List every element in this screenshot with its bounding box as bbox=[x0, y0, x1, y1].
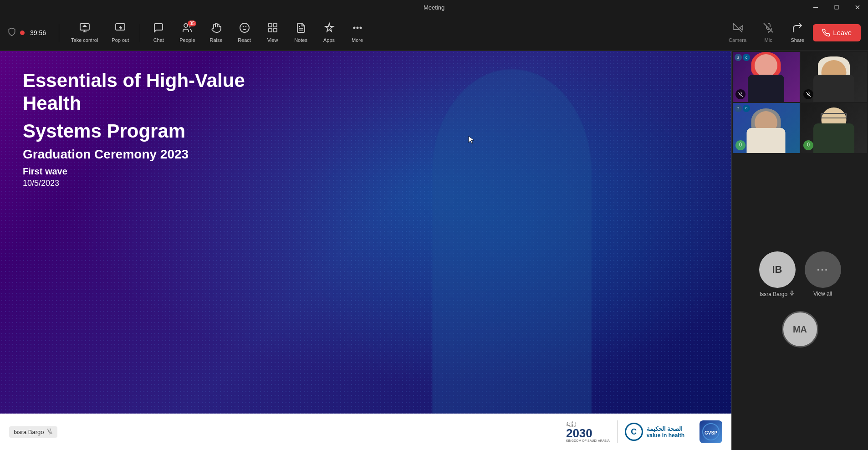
person4-suit bbox=[813, 123, 854, 153]
mic-label: Mic bbox=[765, 37, 772, 43]
take-control-label: Take control bbox=[71, 37, 98, 43]
participant4-mic-badge bbox=[803, 140, 813, 150]
record-indicator bbox=[20, 31, 25, 35]
view-all-label[interactable]: View all bbox=[813, 291, 832, 297]
value-in-health-text: الصحة الحكيمة value in health bbox=[647, 425, 684, 439]
pop-out-label: Pop out bbox=[112, 37, 129, 43]
participant1-mic-badge bbox=[735, 89, 745, 99]
slide-title-line1: Essentials of High-Value Health bbox=[23, 69, 296, 115]
participant-grid: 2 C bbox=[732, 51, 868, 154]
leave-label: Leave bbox=[833, 29, 852, 36]
slide-date: 10/5/2023 bbox=[23, 179, 296, 188]
mic-button[interactable]: Mic bbox=[755, 20, 782, 46]
view-icon bbox=[267, 22, 278, 36]
svg-rect-13 bbox=[274, 24, 277, 27]
slide-figure bbox=[292, 51, 731, 414]
svg-line-21 bbox=[733, 23, 742, 32]
camera-button[interactable]: Camera bbox=[722, 20, 753, 46]
vision-subtitle: KINGDOM OF SAUDI ARABIA bbox=[566, 439, 610, 442]
view-label: View bbox=[267, 37, 278, 43]
take-control-icon bbox=[79, 22, 90, 36]
toolbar-items: Take control Pop out Chat bbox=[65, 20, 720, 46]
share-label: Share bbox=[791, 37, 804, 43]
slide-title-line2: Systems Program bbox=[23, 120, 296, 143]
logo-divider-1 bbox=[617, 420, 618, 443]
vision-2030-logo: رُؤْيَةُ 2030 KINGDOM OF SAUDI ARABIA bbox=[566, 421, 610, 442]
svg-point-9 bbox=[240, 23, 249, 32]
chat-label: Chat bbox=[153, 37, 164, 43]
shield-icon bbox=[7, 27, 16, 38]
more-label: More bbox=[352, 37, 363, 43]
more-icon bbox=[352, 22, 363, 36]
people-button[interactable]: 35 People bbox=[173, 20, 201, 46]
person3-body bbox=[747, 128, 786, 153]
people-icon: 35 bbox=[182, 22, 193, 36]
toolbar-divider-2 bbox=[140, 24, 140, 42]
mic-icon bbox=[763, 22, 774, 36]
pop-out-button[interactable]: Pop out bbox=[105, 20, 135, 46]
slide-subtitle: Graduation Ceremony 2023 bbox=[23, 147, 296, 162]
apps-button[interactable]: Apps bbox=[316, 20, 343, 46]
ma-avatar[interactable]: MA bbox=[782, 311, 818, 348]
participant-avatars-row: IB Issra Bargo bbox=[759, 251, 841, 297]
close-button[interactable] bbox=[847, 0, 868, 15]
svg-point-20 bbox=[360, 27, 361, 29]
pop-out-icon bbox=[115, 22, 126, 36]
slide-wave: First wave bbox=[23, 166, 296, 177]
svg-point-19 bbox=[357, 27, 358, 29]
people-badge: 35 bbox=[188, 20, 196, 26]
view-all-avatar[interactable]: ··· bbox=[805, 251, 841, 288]
svg-text:GVSP: GVSP bbox=[705, 430, 717, 435]
apps-label: Apps bbox=[323, 37, 335, 43]
raise-icon bbox=[211, 22, 222, 36]
person1-body bbox=[748, 75, 784, 102]
leave-button[interactable]: Leave bbox=[813, 24, 861, 41]
person4-glasses bbox=[821, 113, 847, 118]
svg-line-30 bbox=[806, 92, 811, 97]
issra-mic-icon bbox=[789, 291, 795, 297]
view-all-dots: ··· bbox=[817, 263, 828, 276]
toolbar-right: Camera Mic Sha bbox=[722, 20, 861, 46]
issra-bargo-label: Issra Bargo bbox=[760, 291, 795, 297]
chat-button[interactable]: Chat bbox=[145, 20, 172, 46]
person2-body-lower bbox=[813, 75, 854, 102]
view-all-column: ··· View all bbox=[805, 251, 841, 297]
value-in-health-logo: C الصحة الحكيمة value in health bbox=[625, 423, 684, 441]
gvsp-logo: GVSP bbox=[700, 420, 722, 443]
toolbar-divider-1 bbox=[59, 24, 59, 42]
svg-point-8 bbox=[184, 24, 188, 27]
window-controls bbox=[805, 0, 868, 15]
view-all-text: View all bbox=[813, 291, 832, 297]
take-control-button[interactable]: Take control bbox=[65, 20, 104, 46]
issra-initials: IB bbox=[772, 264, 782, 276]
issra-bargo-name: Issra Bargo bbox=[760, 291, 787, 297]
react-button[interactable]: React bbox=[231, 20, 258, 46]
raise-button[interactable]: Raise bbox=[203, 20, 230, 46]
timer-display: 39:56 bbox=[30, 29, 46, 36]
issra-bargo-avatar[interactable]: IB bbox=[759, 251, 796, 288]
vision-2030-number: 2030 bbox=[566, 427, 592, 439]
share-button[interactable]: Share bbox=[784, 20, 811, 46]
svg-rect-12 bbox=[269, 24, 272, 27]
svg-line-22 bbox=[764, 23, 773, 32]
maximize-button[interactable] bbox=[826, 0, 847, 15]
slide-bottom-bar: Issra Bargo رُؤْيَةُ 2030 KINGDO bbox=[0, 414, 731, 450]
participant-video-2[interactable] bbox=[801, 52, 868, 102]
view-button[interactable]: View bbox=[259, 20, 286, 46]
notes-button[interactable]: Notes bbox=[287, 20, 315, 46]
react-label: React bbox=[238, 37, 251, 43]
minimize-button[interactable] bbox=[805, 0, 826, 15]
participant-video-3[interactable]: 2 C bbox=[733, 103, 800, 153]
toolbar-left: 39:56 bbox=[7, 27, 46, 38]
svg-rect-15 bbox=[269, 29, 272, 32]
title-bar: Meeting bbox=[0, 0, 868, 15]
participant-video-1[interactable]: 2 C bbox=[733, 52, 800, 102]
more-button[interactable]: More bbox=[344, 20, 371, 46]
participants-panel: 2 C bbox=[731, 51, 868, 450]
logo-divider-2 bbox=[692, 420, 692, 443]
svg-line-25 bbox=[47, 429, 53, 434]
bottom-avatar-row: MA bbox=[777, 307, 823, 352]
toolbar: 39:56 Take control Pop out bbox=[0, 15, 868, 51]
notes-label: Notes bbox=[294, 37, 307, 43]
participant-video-4[interactable] bbox=[801, 103, 868, 153]
